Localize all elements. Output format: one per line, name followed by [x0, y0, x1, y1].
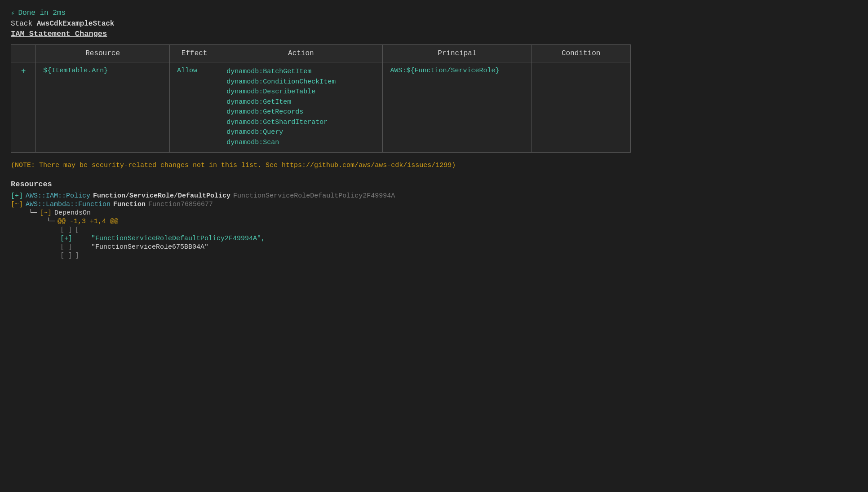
stack-label: Stack [11, 20, 32, 28]
stack-line: Stack AwsCdkExampleStack [11, 20, 857, 28]
header-principal: Principal [383, 45, 531, 62]
diff-unchanged-indicator-2: [ ] [60, 252, 72, 259]
table-row: + ${ItemTable.Arn} Allow dynamodb:BatchG… [11, 62, 631, 153]
resource-name-lambda: Function [113, 201, 146, 208]
resource-hash-lambda: Function76856677 [148, 201, 213, 208]
action-item: dynamodb:GetRecords [226, 107, 375, 118]
action-list: dynamodb:BatchGetItem dynamodb:Condition… [226, 67, 375, 148]
diff-line-add: [+] "FunctionServiceRoleDefaultPolicy2F4… [11, 235, 857, 242]
iam-table: Resource Effect Action Principal Conditi… [11, 44, 631, 153]
diff-line-bracket-open: [ ] [ [11, 226, 857, 234]
depends-on-label: DependsOn [54, 209, 91, 217]
resource-name-iam: Function/ServiceRole/DefaultPolicy [93, 192, 230, 200]
done-text: Done in 2ms [18, 9, 66, 17]
resource-hash-iam: FunctionServiceRoleDefaultPolicy2F49994A [233, 192, 395, 200]
header-resource: Resource [36, 45, 170, 62]
action-item: dynamodb:GetShardIterator [226, 118, 375, 128]
depends-on-line: └─ [~] DependsOn [11, 209, 857, 217]
action-item: dynamodb:Scan [226, 138, 375, 148]
tree-prefix-1: └─ [29, 209, 37, 217]
diff-close-bracket: ] [75, 252, 79, 259]
header-condition: Condition [531, 45, 631, 62]
row-principal: AWS:${Function/ServiceRole} [383, 62, 531, 153]
resource-type-iam: AWS::IAM::Policy [26, 192, 90, 200]
table-header-row: Resource Effect Action Principal Conditi… [11, 45, 631, 62]
resource-indicator-update: [~] [11, 201, 23, 208]
plus-icon: + [21, 67, 26, 76]
row-effect: Allow [170, 62, 219, 153]
resources-section: Resources [+] AWS::IAM::Policy Function/… [11, 180, 857, 259]
tree-prefix-2: └─ [47, 218, 55, 225]
effect-value: Allow [177, 67, 197, 75]
resource-value: ${ItemTable.Arn} [43, 67, 108, 75]
row-action: dynamodb:BatchGetItem dynamodb:Condition… [219, 62, 383, 153]
note-line: (NOTE: There may be security-related cha… [11, 162, 857, 169]
diff-add-indicator: [+] [60, 235, 72, 242]
resource-line-iam: [+] AWS::IAM::Policy Function/ServiceRol… [11, 192, 857, 200]
diff-open-bracket: [ [75, 226, 79, 234]
resource-indicator-add: [+] [11, 192, 23, 200]
action-item: dynamodb:GetItem [226, 97, 375, 108]
resource-type-lambda: AWS::Lambda::Function [26, 201, 111, 208]
diff-unchanged-indicator-1: [ ] [60, 243, 72, 251]
iam-section-title: IAM Statement Changes [11, 30, 857, 38]
principal-value: AWS:${Function/ServiceRole} [390, 67, 499, 75]
row-resource: ${ItemTable.Arn} [36, 62, 170, 153]
action-item: dynamodb:BatchGetItem [226, 67, 375, 77]
lightning-icon: ⚡ [11, 9, 14, 17]
resource-line-lambda: [~] AWS::Lambda::Function Function Funct… [11, 201, 857, 208]
depends-on-indicator: [~] [40, 209, 52, 217]
row-condition [531, 62, 631, 153]
action-item: dynamodb:Query [226, 127, 375, 138]
action-item: dynamodb:ConditionCheckItem [226, 77, 375, 88]
resources-title: Resources [11, 180, 857, 189]
stack-name: AwsCdkExampleStack [37, 20, 115, 28]
header-effect: Effect [170, 45, 219, 62]
diff-add-value: "FunctionServiceRoleDefaultPolicy2F49994… [75, 235, 265, 242]
header-action: Action [219, 45, 383, 62]
hunk-header: @@ -1,3 +1,4 @@ [58, 218, 118, 225]
diff-unchanged-value-1: "FunctionServiceRole675BB04A" [75, 243, 208, 251]
row-indicator: + [11, 62, 36, 153]
hunk-line: └─ @@ -1,3 +1,4 @@ [11, 218, 857, 225]
diff-unchanged-bracket: [ ] [60, 226, 72, 234]
header-indicator [11, 45, 36, 62]
diff-line-unchanged-2: [ ] ] [11, 252, 857, 259]
diff-line-unchanged-1: [ ] "FunctionServiceRole675BB04A" [11, 243, 857, 251]
done-line: ⚡ Done in 2ms [11, 9, 857, 17]
action-item: dynamodb:DescribeTable [226, 87, 375, 97]
